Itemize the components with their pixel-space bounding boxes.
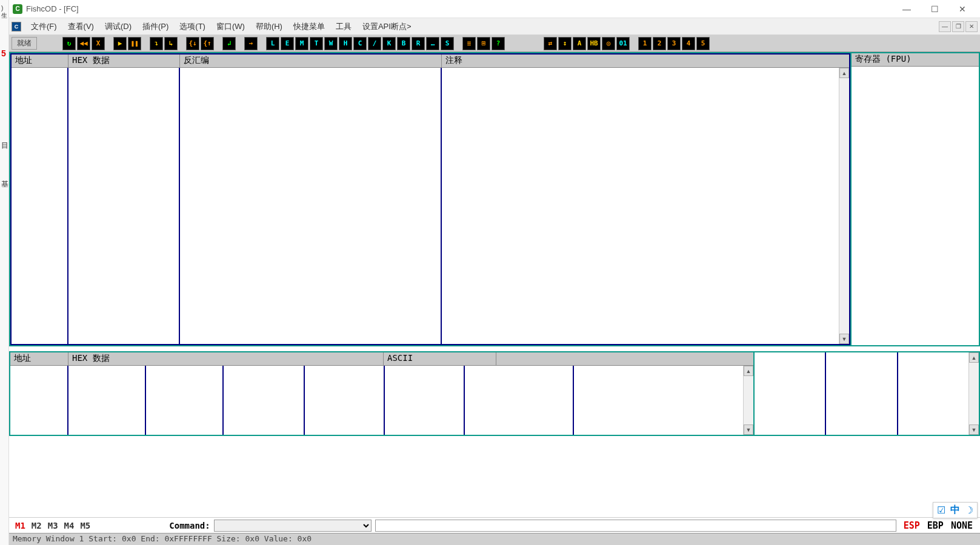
toolbar-button[interactable]: ⇄ — [544, 37, 557, 50]
toolbar-button[interactable]: E — [281, 37, 294, 50]
memory-tab[interactable]: M5 — [78, 521, 93, 530]
toolbar-button[interactable]: HB — [587, 37, 601, 50]
toolbar-button[interactable]: ↲ — [222, 37, 236, 50]
ime-toolbar[interactable]: ☑ 中 ☽ — [933, 502, 978, 518]
toolbar-button[interactable]: ↴ — [150, 37, 163, 50]
stack-col-3[interactable] — [898, 352, 968, 435]
toolbar-button[interactable]: 2 — [653, 37, 666, 50]
toolbar-button[interactable]: A — [573, 37, 586, 50]
menu-item[interactable]: 帮助(H) — [252, 20, 286, 33]
ime-lang-icon[interactable]: 中 — [950, 504, 960, 517]
toolbar-button[interactable]: ≡ — [462, 37, 476, 50]
column-header[interactable]: ASCII — [384, 352, 496, 365]
menu-item[interactable]: 快捷菜单 — [290, 20, 328, 33]
dump-column[interactable] — [146, 366, 224, 435]
dump-column[interactable] — [305, 366, 385, 435]
maximize-button[interactable]: ☐ — [921, 1, 948, 18]
minimize-button[interactable]: — — [893, 1, 921, 18]
registers-pane[interactable]: 寄存器 (FPU) — [850, 53, 979, 345]
register-label[interactable]: NONE — [947, 520, 976, 531]
toolbar-button[interactable]: B — [397, 37, 410, 50]
dump-column[interactable] — [465, 366, 574, 435]
toolbar-button[interactable]: L — [266, 37, 279, 50]
disasm-column[interactable] — [12, 68, 68, 344]
dump-scrollbar[interactable]: ▲ ▼ — [743, 366, 753, 435]
toolbar-button[interactable]: {↓ — [186, 37, 199, 50]
toolbar-button[interactable]: ↳ — [164, 37, 178, 50]
toolbar-button[interactable]: → — [244, 37, 258, 50]
column-header[interactable]: 反汇编 — [180, 54, 442, 67]
menu-item[interactable]: 查看(V) — [64, 20, 98, 33]
menu-item[interactable]: 设置API断点> — [359, 20, 415, 33]
dump-column[interactable] — [10, 366, 68, 435]
dump-pane[interactable]: 地址HEX 数据ASCII ▲ ▼ — [10, 352, 755, 435]
column-header[interactable] — [496, 352, 753, 365]
column-header[interactable]: 地址 — [10, 352, 68, 365]
mdi-icon[interactable]: C — [12, 22, 21, 31]
disasm-body[interactable]: ▲▼ — [12, 68, 849, 344]
menu-item[interactable]: 插件(P) — [139, 20, 172, 33]
memory-tab[interactable]: M1 — [13, 521, 28, 530]
toolbar-button[interactable]: {↑ — [201, 37, 214, 50]
toolbar-button[interactable]: 1 — [638, 37, 652, 50]
disassembly-pane[interactable]: 地址HEX 数据反汇编注释 ▲▼ — [10, 53, 850, 345]
toolbar-button[interactable]: ❚❚ — [128, 37, 141, 50]
registers-body[interactable] — [852, 67, 979, 345]
scroll-down-icon[interactable]: ▼ — [969, 424, 979, 435]
memory-tab[interactable]: M2 — [29, 521, 44, 530]
toolbar-button[interactable]: ▶ — [113, 37, 127, 50]
stack-col-1[interactable] — [755, 352, 826, 435]
scroll-up-icon[interactable]: ▲ — [839, 68, 849, 78]
toolbar-button[interactable]: 01 — [616, 37, 630, 50]
mdi-close-button[interactable]: ✕ — [965, 21, 978, 32]
dump-body[interactable]: ▲ ▼ — [10, 366, 753, 435]
toolbar-button[interactable]: W — [324, 37, 338, 50]
ime-check-icon[interactable]: ☑ — [937, 504, 945, 516]
mdi-minimize-button[interactable]: — — [939, 21, 951, 32]
column-header[interactable]: HEX 数据 — [68, 54, 180, 67]
toolbar-button[interactable]: ◀◀ — [77, 37, 90, 50]
menu-item[interactable]: 窗口(W) — [213, 20, 248, 33]
menu-item[interactable]: 调试(D) — [101, 20, 135, 33]
dump-column[interactable] — [68, 366, 146, 435]
toolbar-button[interactable]: ⊞ — [477, 37, 490, 50]
toolbar-button[interactable]: ? — [492, 37, 505, 50]
toolbar-button[interactable]: M — [295, 37, 308, 50]
toolbar-button[interactable]: 3 — [667, 37, 681, 50]
register-label[interactable]: EBP — [924, 520, 947, 531]
register-label[interactable]: ESP — [900, 520, 924, 531]
stack-col-2[interactable] — [826, 352, 898, 435]
stack-scrollbar[interactable]: ▲ ▼ — [968, 352, 979, 435]
toolbar-button[interactable]: / — [368, 37, 381, 50]
ime-moon-icon[interactable]: ☽ — [965, 504, 973, 516]
toolbar-button[interactable]: 5 — [696, 37, 710, 50]
toolbar-button[interactable]: R — [412, 37, 425, 50]
titlebar[interactable]: C FishcOD - [FC] — ☐ ✕ — [9, 0, 980, 18]
scroll-up-icon[interactable]: ▲ — [969, 352, 979, 363]
dump-column[interactable] — [574, 366, 743, 435]
memory-tab[interactable]: M4 — [62, 521, 77, 530]
toolbar-button[interactable]: C — [353, 37, 367, 50]
disasm-column[interactable] — [442, 68, 839, 344]
toolbar-button[interactable]: T — [310, 37, 323, 50]
menu-item[interactable]: 选项(T) — [176, 20, 209, 33]
toolbar-button[interactable]: ↕ — [558, 37, 572, 50]
memory-tab[interactable]: M3 — [45, 521, 61, 530]
column-header[interactable]: HEX 数据 — [68, 352, 384, 365]
dump-column[interactable] — [385, 366, 465, 435]
toolbar-button[interactable]: S — [441, 37, 454, 50]
toolbar-button[interactable]: ↻ — [62, 37, 76, 50]
toolbar-button[interactable]: K — [382, 37, 396, 50]
stack-pane[interactable]: ▲ ▼ — [755, 352, 979, 435]
scroll-up-icon[interactable]: ▲ — [744, 366, 753, 376]
disasm-column[interactable] — [68, 68, 180, 344]
column-header[interactable]: 地址 — [12, 54, 68, 67]
menu-item[interactable]: 文件(F) — [27, 20, 61, 33]
toolbar-button[interactable]: 4 — [682, 37, 695, 50]
toolbar-button[interactable]: ◎ — [602, 37, 615, 50]
scroll-down-icon[interactable]: ▼ — [744, 424, 753, 435]
disasm-column[interactable] — [180, 68, 442, 344]
dump-column[interactable] — [224, 366, 305, 435]
close-button[interactable]: ✕ — [948, 1, 976, 18]
column-header[interactable]: 注释 — [442, 54, 849, 67]
